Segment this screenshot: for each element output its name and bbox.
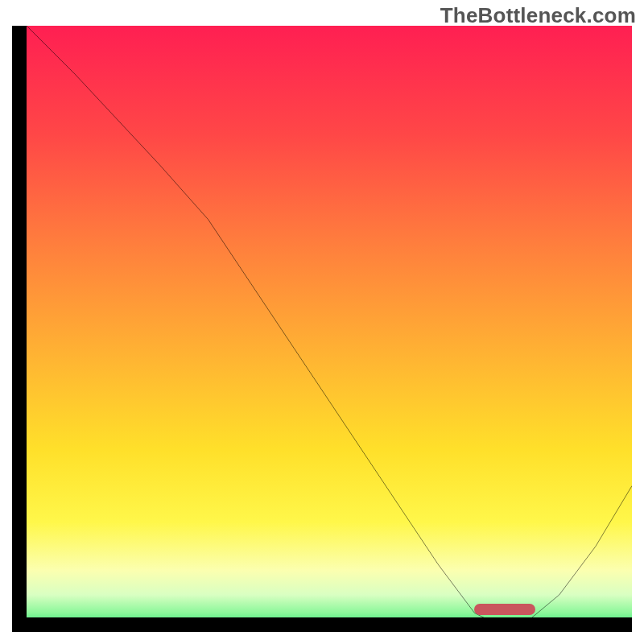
watermark-text: TheBottleneck.com (440, 3, 636, 28)
chart-container: TheBottleneck.com (0, 0, 644, 644)
optimal-marker (474, 604, 535, 615)
data-curve (27, 26, 632, 617)
curve-line (27, 26, 632, 617)
plot-area (27, 26, 632, 617)
plot-frame (12, 26, 632, 632)
